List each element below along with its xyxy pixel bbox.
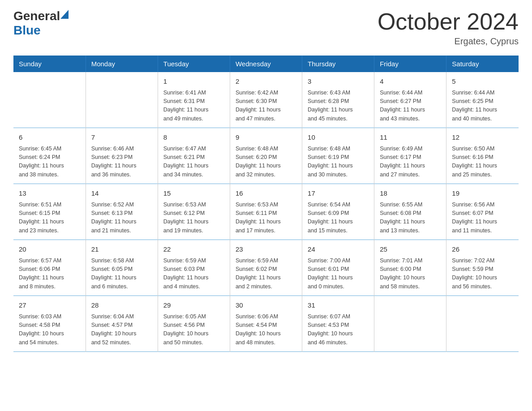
day-number: 8	[163, 133, 224, 143]
day-info: Sunrise: 6:52 AM Sunset: 6:13 PM Dayligh…	[91, 201, 152, 235]
calendar-table: SundayMondayTuesdayWednesdayThursdayFrid…	[13, 56, 519, 352]
calendar-week-row: 27Sunrise: 6:03 AM Sunset: 4:58 PM Dayli…	[13, 296, 519, 352]
day-info: Sunrise: 7:02 AM Sunset: 5:59 PM Dayligh…	[452, 257, 513, 291]
calendar-cell: 7Sunrise: 6:46 AM Sunset: 6:23 PM Daylig…	[86, 128, 158, 184]
day-number: 17	[308, 188, 369, 199]
day-number: 3	[308, 77, 369, 87]
calendar-cell: 17Sunrise: 6:54 AM Sunset: 6:09 PM Dayli…	[302, 184, 374, 240]
weekday-header: Thursday	[302, 56, 374, 72]
title-section: October 2024 Ergates, Cyprus	[378, 9, 519, 47]
calendar-cell: 22Sunrise: 6:59 AM Sunset: 6:03 PM Dayli…	[158, 240, 230, 296]
day-info: Sunrise: 6:51 AM Sunset: 6:15 PM Dayligh…	[19, 201, 80, 235]
day-info: Sunrise: 6:50 AM Sunset: 6:16 PM Dayligh…	[452, 145, 513, 180]
calendar-cell: 13Sunrise: 6:51 AM Sunset: 6:15 PM Dayli…	[13, 184, 86, 240]
day-info: Sunrise: 6:53 AM Sunset: 6:11 PM Dayligh…	[236, 201, 296, 235]
calendar-week-row: 6Sunrise: 6:45 AM Sunset: 6:24 PM Daylig…	[13, 128, 519, 184]
calendar-week-row: 20Sunrise: 6:57 AM Sunset: 6:06 PM Dayli…	[13, 240, 519, 296]
day-info: Sunrise: 6:49 AM Sunset: 6:17 PM Dayligh…	[380, 145, 441, 180]
day-number: 5	[452, 77, 513, 87]
day-number: 20	[19, 244, 80, 255]
calendar-cell: 12Sunrise: 6:50 AM Sunset: 6:16 PM Dayli…	[446, 128, 519, 184]
weekday-header: Friday	[374, 56, 446, 72]
calendar-cell: 1Sunrise: 6:41 AM Sunset: 6:31 PM Daylig…	[158, 72, 230, 128]
day-number: 23	[236, 244, 296, 255]
day-info: Sunrise: 6:44 AM Sunset: 6:27 PM Dayligh…	[380, 89, 441, 124]
weekday-header: Saturday	[446, 56, 519, 72]
day-number: 4	[380, 77, 441, 87]
calendar-cell: 5Sunrise: 6:44 AM Sunset: 6:25 PM Daylig…	[446, 72, 519, 128]
day-number: 6	[19, 133, 80, 143]
calendar-cell: 6Sunrise: 6:45 AM Sunset: 6:24 PM Daylig…	[13, 128, 86, 184]
month-title: October 2024	[378, 9, 519, 34]
calendar-week-row: 1Sunrise: 6:41 AM Sunset: 6:31 PM Daylig…	[13, 72, 519, 128]
day-number: 9	[236, 133, 296, 143]
day-info: Sunrise: 6:57 AM Sunset: 6:06 PM Dayligh…	[19, 257, 80, 291]
logo-general: General	[13, 9, 60, 23]
day-info: Sunrise: 7:01 AM Sunset: 6:00 PM Dayligh…	[380, 257, 441, 291]
day-info: Sunrise: 6:59 AM Sunset: 6:03 PM Dayligh…	[163, 257, 224, 291]
day-info: Sunrise: 6:55 AM Sunset: 6:08 PM Dayligh…	[380, 201, 441, 235]
day-info: Sunrise: 6:43 AM Sunset: 6:28 PM Dayligh…	[308, 89, 369, 124]
calendar-cell: 16Sunrise: 6:53 AM Sunset: 6:11 PM Dayli…	[230, 184, 302, 240]
day-info: Sunrise: 6:53 AM Sunset: 6:12 PM Dayligh…	[163, 201, 224, 235]
day-number: 2	[236, 77, 296, 87]
calendar-cell: 24Sunrise: 7:00 AM Sunset: 6:01 PM Dayli…	[302, 240, 374, 296]
day-number: 28	[91, 300, 152, 311]
day-info: Sunrise: 6:44 AM Sunset: 6:25 PM Dayligh…	[452, 89, 513, 124]
calendar-header-row: SundayMondayTuesdayWednesdayThursdayFrid…	[13, 56, 519, 72]
day-info: Sunrise: 6:07 AM Sunset: 4:53 PM Dayligh…	[308, 313, 369, 347]
calendar-cell: 9Sunrise: 6:48 AM Sunset: 6:20 PM Daylig…	[230, 128, 302, 184]
calendar-cell: 28Sunrise: 6:04 AM Sunset: 4:57 PM Dayli…	[86, 296, 158, 352]
weekday-header: Sunday	[13, 56, 86, 72]
day-number: 1	[163, 77, 224, 87]
logo-triangle-icon	[60, 10, 69, 19]
logo-blue: Blue	[13, 23, 41, 38]
calendar-cell: 2Sunrise: 6:42 AM Sunset: 6:30 PM Daylig…	[230, 72, 302, 128]
calendar-cell: 25Sunrise: 7:01 AM Sunset: 6:00 PM Dayli…	[374, 240, 446, 296]
day-number: 15	[163, 188, 224, 199]
day-info: Sunrise: 6:05 AM Sunset: 4:56 PM Dayligh…	[163, 313, 224, 347]
day-number: 29	[163, 300, 224, 311]
logo: General Blue	[13, 9, 69, 38]
day-info: Sunrise: 6:46 AM Sunset: 6:23 PM Dayligh…	[91, 145, 152, 180]
calendar-cell	[13, 72, 86, 128]
calendar-cell	[374, 296, 446, 352]
day-number: 31	[308, 300, 369, 311]
calendar-cell: 23Sunrise: 6:59 AM Sunset: 6:02 PM Dayli…	[230, 240, 302, 296]
day-number: 16	[236, 188, 296, 199]
day-info: Sunrise: 6:59 AM Sunset: 6:02 PM Dayligh…	[236, 257, 296, 291]
day-info: Sunrise: 7:00 AM Sunset: 6:01 PM Dayligh…	[308, 257, 369, 291]
calendar-cell: 29Sunrise: 6:05 AM Sunset: 4:56 PM Dayli…	[158, 296, 230, 352]
day-number: 7	[91, 133, 152, 143]
calendar-cell: 11Sunrise: 6:49 AM Sunset: 6:17 PM Dayli…	[374, 128, 446, 184]
calendar-cell: 19Sunrise: 6:56 AM Sunset: 6:07 PM Dayli…	[446, 184, 519, 240]
day-number: 21	[91, 244, 152, 255]
calendar-cell: 30Sunrise: 6:06 AM Sunset: 4:54 PM Dayli…	[230, 296, 302, 352]
day-info: Sunrise: 6:47 AM Sunset: 6:21 PM Dayligh…	[163, 145, 224, 180]
calendar-cell: 20Sunrise: 6:57 AM Sunset: 6:06 PM Dayli…	[13, 240, 86, 296]
weekday-header: Tuesday	[158, 56, 230, 72]
calendar-cell: 27Sunrise: 6:03 AM Sunset: 4:58 PM Dayli…	[13, 296, 86, 352]
day-info: Sunrise: 6:45 AM Sunset: 6:24 PM Dayligh…	[19, 145, 80, 180]
calendar-cell: 15Sunrise: 6:53 AM Sunset: 6:12 PM Dayli…	[158, 184, 230, 240]
day-number: 30	[236, 300, 296, 311]
day-info: Sunrise: 6:04 AM Sunset: 4:57 PM Dayligh…	[91, 313, 152, 347]
day-info: Sunrise: 6:58 AM Sunset: 6:05 PM Dayligh…	[91, 257, 152, 291]
day-info: Sunrise: 6:03 AM Sunset: 4:58 PM Dayligh…	[19, 313, 80, 347]
calendar-cell: 3Sunrise: 6:43 AM Sunset: 6:28 PM Daylig…	[302, 72, 374, 128]
day-number: 13	[19, 188, 80, 199]
calendar-cell: 10Sunrise: 6:48 AM Sunset: 6:19 PM Dayli…	[302, 128, 374, 184]
day-info: Sunrise: 6:56 AM Sunset: 6:07 PM Dayligh…	[452, 201, 513, 235]
day-info: Sunrise: 6:42 AM Sunset: 6:30 PM Dayligh…	[236, 89, 296, 124]
weekday-header: Wednesday	[230, 56, 302, 72]
calendar-week-row: 13Sunrise: 6:51 AM Sunset: 6:15 PM Dayli…	[13, 184, 519, 240]
day-number: 18	[380, 188, 441, 199]
weekday-header: Monday	[86, 56, 158, 72]
calendar-cell: 14Sunrise: 6:52 AM Sunset: 6:13 PM Dayli…	[86, 184, 158, 240]
day-number: 24	[308, 244, 369, 255]
day-number: 26	[452, 244, 513, 255]
day-number: 27	[19, 300, 80, 311]
calendar-cell: 26Sunrise: 7:02 AM Sunset: 5:59 PM Dayli…	[446, 240, 519, 296]
calendar-cell: 4Sunrise: 6:44 AM Sunset: 6:27 PM Daylig…	[374, 72, 446, 128]
calendar-cell: 31Sunrise: 6:07 AM Sunset: 4:53 PM Dayli…	[302, 296, 374, 352]
